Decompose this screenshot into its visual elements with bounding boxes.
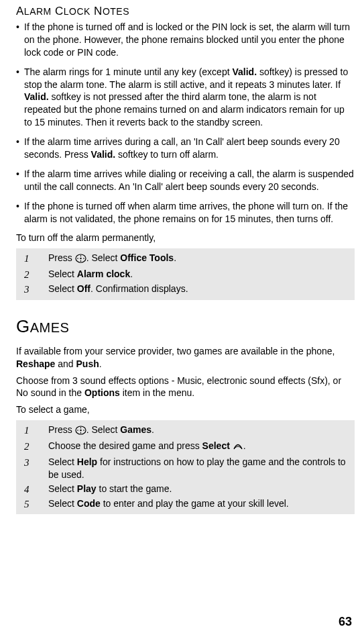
step-number: 3 (21, 283, 35, 296)
page: ALARM CLOCK NOTES If the phone is turned… (0, 0, 364, 635)
bullet-item: If the alarm time arrives while dialing … (16, 168, 355, 193)
section-title-alarm-notes: ALARM CLOCK NOTES (16, 4, 355, 19)
alarm-notes-list: If the phone is turned off and is locked… (16, 21, 355, 225)
step-text: Select Code to enter and play the game a… (48, 497, 349, 510)
step-row: 1 Press . Select Office Tools. (21, 251, 349, 267)
step-text: Select Alarm clock. (48, 268, 349, 281)
step-text: Press . Select Games. (48, 424, 349, 438)
step-number: 4 (21, 483, 35, 496)
section-title-games: GAMES (16, 315, 355, 338)
step-row: 2 Select Alarm clock. (21, 267, 349, 282)
step-text: Press . Select Office Tools. (48, 252, 349, 266)
bullet-item: If the alarm time arrives during a call,… (16, 136, 355, 161)
alarm-off-intro: To turn off the alarm permanently, (16, 232, 355, 244)
step-number: 2 (21, 268, 35, 281)
step-number: 3 (21, 456, 35, 469)
step-number: 1 (21, 424, 35, 437)
step-row: 1 Press . Select Games. (21, 423, 349, 439)
bullet-item: The alarm rings for 1 minute until any k… (16, 66, 355, 129)
step-row: 2 Choose the desired game and press Sele… (21, 439, 349, 455)
step-number: 1 (21, 252, 35, 265)
step-text: Select Play to start the game. (48, 483, 349, 495)
page-number: 63 (339, 614, 352, 630)
step-row: 4 Select Play to start the game. (21, 482, 349, 497)
step-row: 3 Select Off. Confirmation displays. (21, 282, 349, 297)
softkey-icon (233, 442, 243, 454)
svg-point-1 (80, 258, 81, 259)
nav-key-icon (75, 426, 86, 438)
step-number: 2 (21, 440, 35, 453)
step-text: Select Help for instructions on how to p… (48, 456, 349, 481)
bullet-item: If the phone is turned off and is locked… (16, 21, 355, 59)
bullet-item: If the phone is turned off when alarm ti… (16, 200, 355, 226)
alarm-off-steps: 1 Press . Select Office Tools. 2 Select … (16, 248, 355, 299)
step-row: 5 Select Code to enter and play the game… (21, 497, 349, 511)
svg-point-3 (80, 430, 81, 431)
step-row: 3 Select Help for instructions on how to… (21, 455, 349, 482)
games-para-1: If available from your service provider,… (16, 345, 355, 371)
step-text: Select Off. Confirmation displays. (48, 283, 349, 295)
games-intro: To select a game, (16, 403, 355, 416)
step-number: 5 (21, 497, 35, 511)
games-para-2: Choose from 3 sound effects options - Mu… (16, 375, 355, 400)
games-steps: 1 Press . Select Games. 2 Choose the des… (16, 420, 355, 514)
nav-key-icon (75, 254, 86, 266)
step-text: Choose the desired game and press Select… (48, 440, 349, 454)
